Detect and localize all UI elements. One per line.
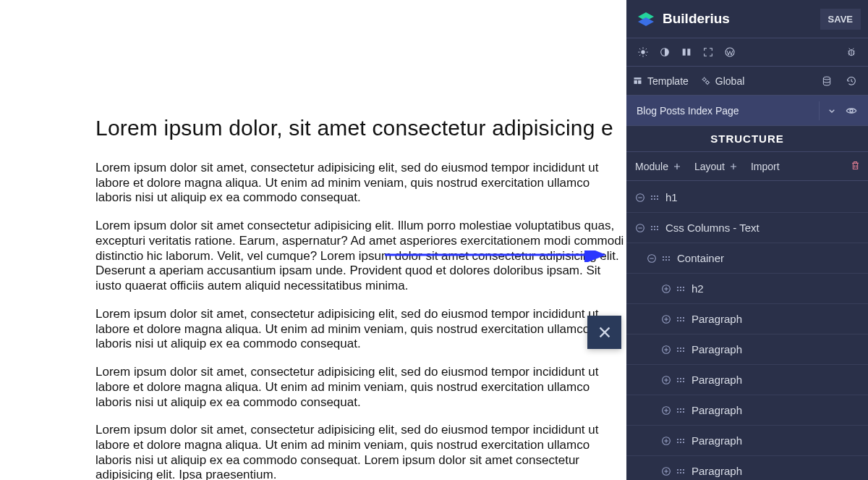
drag-handle-icon[interactable] xyxy=(677,435,684,447)
drag-handle-icon[interactable] xyxy=(651,192,658,203)
canvas-paragraph[interactable]: Lorem ipsum dolor sit amet, consectetur … xyxy=(95,307,626,352)
tree-item-label: Paragraph xyxy=(692,374,868,386)
svg-point-20 xyxy=(706,81,709,84)
theme-contrast-button[interactable] xyxy=(654,41,676,63)
tree-item[interactable]: Paragraph xyxy=(626,365,868,395)
svg-rect-11 xyxy=(683,49,686,55)
layout-toggle-button[interactable] xyxy=(676,41,697,63)
layout-icon xyxy=(681,46,692,58)
canvas-paragraph[interactable]: Lorem ipsum dolor sit amet consectetur a… xyxy=(95,219,626,294)
tree-toggle[interactable] xyxy=(660,313,673,326)
plus-icon xyxy=(729,162,738,171)
app-logo[interactable]: Builderius xyxy=(637,9,730,28)
tree-item[interactable]: Css Columns - Text xyxy=(626,213,868,243)
tree-toggle[interactable] xyxy=(660,404,673,417)
expand-icon xyxy=(702,46,714,58)
sun-icon xyxy=(637,46,649,58)
canvas-paragraph[interactable]: Lorem ipsum dolor sit amet, consectetur … xyxy=(95,423,626,480)
app-title: Builderius xyxy=(663,11,730,27)
logo-mark-icon xyxy=(637,9,655,28)
wordpress-button[interactable] xyxy=(719,41,741,63)
tree-toggle[interactable] xyxy=(660,343,673,356)
close-icon xyxy=(597,324,613,340)
tree-toggle[interactable] xyxy=(660,374,673,387)
drag-handle-icon[interactable] xyxy=(677,313,684,325)
expand-icon xyxy=(660,374,672,386)
tree-item[interactable]: h1 xyxy=(626,182,868,213)
drag-handle-icon[interactable] xyxy=(677,283,684,295)
collapse-icon xyxy=(634,222,646,234)
tree-toggle[interactable] xyxy=(660,282,673,295)
storage-button[interactable] xyxy=(816,70,838,92)
tree-item[interactable]: Paragraph xyxy=(626,304,868,334)
tree-toggle[interactable] xyxy=(660,434,673,447)
history-button[interactable] xyxy=(841,70,862,92)
preview-canvas[interactable]: Lorem ipsum dolor, sit amet consectetur … xyxy=(0,0,626,480)
svg-point-22 xyxy=(850,109,853,112)
tree-item-label: Paragraph xyxy=(692,313,868,325)
svg-line-8 xyxy=(639,55,640,56)
theme-light-button[interactable] xyxy=(632,41,654,63)
drag-handle-icon[interactable] xyxy=(663,253,670,264)
template-scope-button[interactable]: Template xyxy=(632,75,689,87)
canvas-paragraph[interactable]: Lorem ipsum dolor sit amet, consectetur … xyxy=(95,365,626,410)
svg-line-6 xyxy=(639,49,640,49)
svg-rect-18 xyxy=(638,80,641,84)
close-panel-button[interactable] xyxy=(587,316,621,349)
trash-icon xyxy=(850,160,861,171)
drag-handle-icon[interactable] xyxy=(677,374,684,386)
view-toolbar xyxy=(626,38,868,67)
tree-item-label: h2 xyxy=(692,282,868,295)
drag-handle-icon[interactable] xyxy=(677,466,684,477)
history-icon xyxy=(846,75,857,87)
canvas-paragraph[interactable]: Lorem ipsum dolor sit amet, consectetur … xyxy=(95,161,626,206)
drag-handle-icon[interactable] xyxy=(651,222,658,234)
page-selector[interactable]: Blog Posts Index Page xyxy=(626,96,868,126)
global-scope-button[interactable]: Global xyxy=(700,75,744,87)
tree-toggle[interactable] xyxy=(660,465,673,478)
svg-line-7 xyxy=(646,55,647,56)
svg-rect-17 xyxy=(634,80,637,84)
layout-label: Layout xyxy=(694,161,725,172)
add-layout-button[interactable]: Layout xyxy=(694,161,738,172)
tree-toggle[interactable] xyxy=(634,191,647,204)
delete-button[interactable] xyxy=(850,160,861,173)
structure-actions: Module Layout Import xyxy=(626,152,868,181)
wordpress-icon xyxy=(724,46,736,58)
preview-button[interactable] xyxy=(842,101,861,120)
svg-rect-16 xyxy=(634,77,642,80)
tree-item-label: Container xyxy=(677,252,868,264)
add-module-button[interactable]: Module xyxy=(635,161,681,172)
fullscreen-button[interactable] xyxy=(697,41,719,63)
database-icon xyxy=(821,75,833,87)
drag-handle-icon[interactable] xyxy=(677,344,684,355)
svg-point-13 xyxy=(726,48,734,56)
debug-button[interactable] xyxy=(841,41,862,63)
builder-sidebar: Builderius SAVE Template Global xyxy=(626,0,868,480)
tree-item-label: Paragraph xyxy=(692,434,868,447)
tree-item[interactable]: Paragraph xyxy=(626,426,868,456)
drag-handle-icon[interactable] xyxy=(677,405,684,416)
svg-point-21 xyxy=(823,77,830,80)
eye-icon xyxy=(846,105,857,117)
tree-toggle[interactable] xyxy=(645,252,658,265)
tree-item[interactable]: Paragraph xyxy=(626,334,868,365)
canvas-content: Lorem ipsum dolor, sit amet consectetur … xyxy=(0,0,626,480)
plus-icon xyxy=(673,162,681,171)
save-button[interactable]: SAVE xyxy=(820,9,861,30)
expand-icon xyxy=(660,283,672,295)
tree-toggle[interactable] xyxy=(634,222,647,235)
sidebar-header: Builderius SAVE xyxy=(626,0,868,38)
expand-icon xyxy=(660,466,672,477)
tree-item[interactable]: h2 xyxy=(626,274,868,304)
tree-item[interactable]: Paragraph xyxy=(626,395,868,426)
tree-item[interactable]: Paragraph xyxy=(626,456,868,480)
svg-point-19 xyxy=(703,78,706,81)
import-label: Import xyxy=(751,161,780,172)
page-dropdown-button[interactable] xyxy=(819,101,838,120)
global-label: Global xyxy=(715,75,744,87)
structure-heading: STRUCTURE xyxy=(626,126,868,152)
tree-item[interactable]: Container xyxy=(626,243,868,274)
canvas-h1[interactable]: Lorem ipsum dolor, sit amet consectetur … xyxy=(95,116,626,140)
import-button[interactable]: Import xyxy=(751,161,780,172)
